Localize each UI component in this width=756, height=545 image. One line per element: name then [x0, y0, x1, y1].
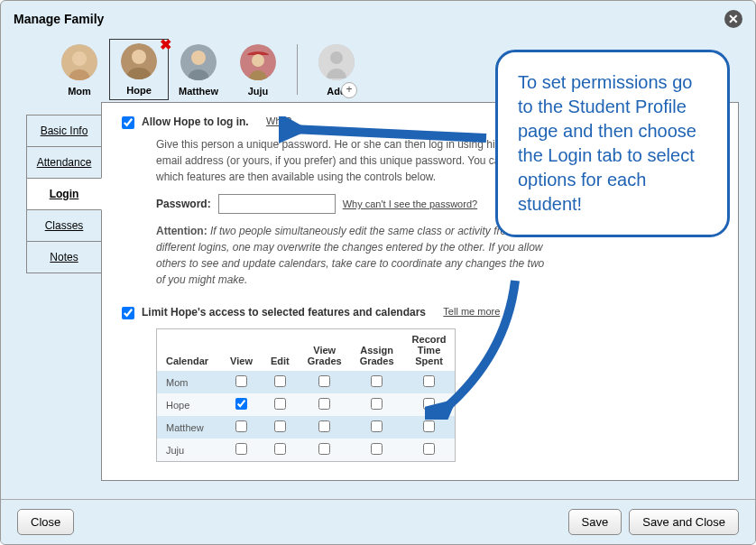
attention-label: Attention: — [156, 225, 207, 237]
svg-point-7 — [252, 54, 264, 67]
perm-checkbox[interactable] — [371, 443, 383, 455]
divider — [297, 44, 298, 95]
svg-point-9 — [330, 51, 343, 64]
avatar — [121, 43, 157, 79]
save-button[interactable]: Save — [568, 509, 622, 535]
perm-checkbox[interactable] — [318, 420, 330, 432]
dialog-header: Manage Family ✕ — [1, 1, 755, 32]
perm-checkbox[interactable] — [274, 375, 286, 387]
person-matthew[interactable]: Matthew — [169, 39, 228, 102]
table-row: Mom — [157, 371, 456, 393]
person-label: Add — [309, 86, 364, 97]
svg-point-3 — [132, 50, 146, 64]
avatar — [61, 44, 97, 80]
perm-checkbox[interactable] — [318, 443, 330, 455]
limit-access-checkbox[interactable] — [122, 307, 134, 319]
avatar — [240, 44, 276, 80]
tab-login[interactable]: Login — [26, 178, 102, 210]
tabs: Basic Info Attendance Login Classes Note… — [26, 115, 102, 481]
col-view: View — [221, 329, 262, 372]
tab-attendance[interactable]: Attendance — [26, 146, 102, 179]
widgets-label: Allow Hope to see and update widgets. — [176, 480, 376, 481]
perm-checkbox[interactable] — [318, 375, 330, 387]
perm-checkbox[interactable] — [274, 420, 286, 432]
col-view-grades: ViewGrades — [299, 329, 351, 372]
table-row: Matthew — [157, 416, 456, 439]
annotation-arrow-icon — [425, 275, 533, 420]
widgets-tell-more-link[interactable]: Tell me more — [393, 480, 450, 481]
row-name: Mom — [157, 371, 222, 393]
perm-checkbox[interactable] — [423, 420, 435, 432]
annotation-callout: To set permissions go to the Student Pro… — [495, 50, 730, 237]
person-label: Matthew — [171, 86, 226, 97]
person-label: Hope — [110, 85, 168, 96]
person-juju[interactable]: Juju — [228, 39, 288, 102]
col-calendar: Calendar — [157, 329, 222, 372]
annotation-arrow-icon — [279, 116, 495, 152]
tab-basic-info[interactable]: Basic Info — [26, 115, 102, 147]
person-mom[interactable]: Mom — [50, 39, 109, 102]
close-icon[interactable]: ✕ — [724, 10, 742, 28]
perm-checkbox[interactable] — [371, 375, 383, 387]
permissions-table: Calendar View Edit ViewGrades AssignGrad… — [156, 328, 456, 462]
perm-checkbox[interactable] — [423, 443, 435, 455]
person-label: Juju — [230, 86, 286, 97]
callout-text: To set permissions go to the Student Pro… — [518, 72, 696, 214]
password-help-link[interactable]: Why can't I see the password? — [343, 199, 477, 209]
limit-access-label: Limit Hope's access to selected features… — [142, 306, 426, 319]
perm-checkbox[interactable] — [274, 398, 286, 410]
password-label: Password: — [156, 198, 211, 210]
row-name: Matthew — [157, 416, 222, 439]
table-row: Hope — [157, 393, 456, 416]
perm-checkbox[interactable] — [318, 398, 330, 410]
avatar — [180, 44, 217, 80]
table-row: Juju — [157, 439, 456, 462]
perm-checkbox[interactable] — [274, 443, 286, 455]
add-avatar-icon — [318, 44, 355, 80]
tab-classes[interactable]: Classes — [26, 209, 102, 242]
add-person[interactable]: Add — [307, 39, 366, 102]
limit-access-section: Limit Hope's access to selected features… — [122, 306, 718, 462]
allow-login-label: Allow Hope to log in. — [142, 115, 249, 128]
perm-checkbox[interactable] — [235, 420, 247, 432]
person-label: Mom — [51, 86, 107, 97]
person-hope[interactable]: ✖ Hope — [109, 39, 169, 100]
save-close-button[interactable]: Save and Close — [629, 509, 739, 535]
row-name: Juju — [157, 439, 222, 462]
widgets-section: Allow Hope to see and update widgets. Te… — [122, 480, 718, 481]
remove-person-icon[interactable]: ✖ — [160, 36, 171, 53]
manage-family-dialog: Manage Family ✕ Mom ✖ Hope Matthew — [0, 0, 756, 545]
perm-checkbox[interactable] — [371, 398, 383, 410]
col-assign-grades: AssignGrades — [351, 329, 403, 372]
row-name: Hope — [157, 393, 222, 416]
allow-login-checkbox[interactable] — [122, 116, 134, 129]
password-input[interactable] — [218, 194, 336, 214]
col-edit: Edit — [262, 329, 299, 372]
perm-checkbox[interactable] — [371, 420, 383, 432]
svg-point-1 — [72, 51, 87, 66]
perm-checkbox[interactable] — [235, 443, 247, 455]
tab-notes[interactable]: Notes — [26, 241, 102, 273]
svg-point-5 — [191, 51, 206, 65]
perm-checkbox[interactable] — [235, 398, 247, 410]
table-header-row: Calendar View Edit ViewGrades AssignGrad… — [157, 329, 456, 372]
dialog-footer: Close Save Save and Close — [1, 499, 755, 544]
close-button[interactable]: Close — [17, 509, 74, 535]
svg-line-10 — [291, 129, 486, 138]
perm-checkbox[interactable] — [235, 375, 247, 387]
dialog-title: Manage Family — [14, 12, 104, 26]
